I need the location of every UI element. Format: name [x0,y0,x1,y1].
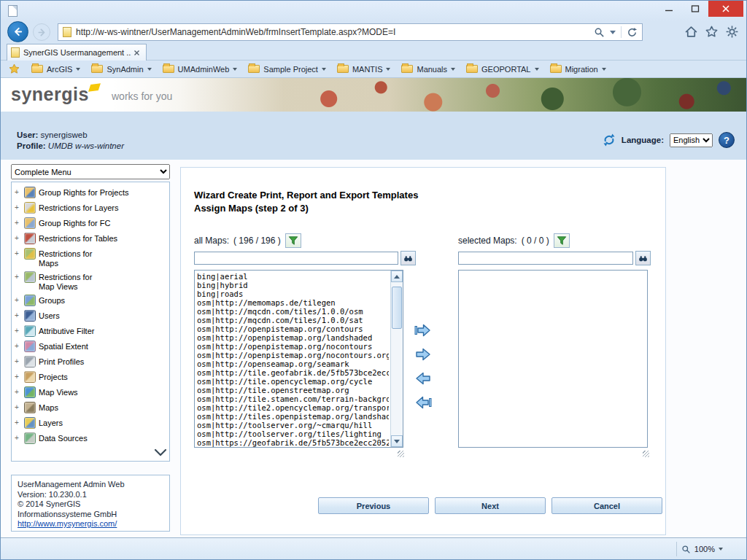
tree-expand-icon[interactable] [15,386,21,398]
previous-button[interactable]: Previous [318,497,429,514]
sidebar-item[interactable]: Attributive Filter [13,324,168,339]
map-list-item[interactable]: osm|https://geofabrik.de/5fb573bce2ecc20… [197,438,389,447]
map-list-item[interactable]: osm|http://openseamap.org/seamark [197,359,389,368]
move-all-left-button[interactable] [413,393,433,412]
forward-button[interactable] [33,23,50,41]
favorites-bar-item[interactable]: ArcGIS [31,65,80,74]
favorites-bar-item[interactable]: UMAdminWeb [163,65,238,74]
scrollbar-up-arrow[interactable] [391,271,403,282]
sidebar-item[interactable]: Map Views [13,385,168,400]
map-list-item[interactable]: osm|http://tile2.opencyclemap.org/transp… [197,403,389,412]
tree-expand-icon[interactable] [15,417,21,429]
refresh-icon[interactable] [627,27,638,38]
close-button[interactable] [708,1,743,17]
favorites-icon[interactable] [705,25,719,39]
listbox-scrollbar[interactable] [390,271,403,447]
map-list-item[interactable]: bing|aerial [197,272,389,281]
tree-expand-icon[interactable] [15,325,21,337]
browser-tab[interactable]: SynerGIS Usermanagement ... [7,44,147,61]
tree-expand-icon[interactable] [15,402,21,413]
tree-expand-icon[interactable] [15,295,21,306]
favorites-bar-item[interactable]: Migration [550,65,606,74]
company-link[interactable]: http://www.mysynergis.com/ [18,519,117,528]
map-list-item[interactable]: bing|hybrid [197,281,389,289]
map-list-item[interactable]: osm|http://memomaps.de/tilegen [197,298,389,307]
move-right-button[interactable] [413,345,433,364]
address-bar[interactable]: http://w-ws-wintner/UserManagementAdminW… [58,23,643,41]
scroll-down-icon[interactable] [154,446,167,459]
tree-expand-icon[interactable] [15,371,21,383]
maximize-button[interactable] [682,1,708,17]
tree-expand-icon[interactable] [15,217,21,229]
favorites-bar-item[interactable]: SynAdmin [91,65,151,74]
sidebar-item[interactable]: Groups [13,293,168,308]
map-list-item[interactable]: osm|http://tile.stamen.com/terrain-backg… [197,394,389,403]
favorites-bar-item[interactable]: Sample Project [248,65,326,74]
map-list-item[interactable]: osm|http://openpistemap.org/nocontours.o… [197,351,389,359]
map-list-item[interactable]: rstlb.fleischer@http://services1.arcgis.… [197,447,389,448]
listbox-resize-grip[interactable] [398,451,404,457]
sidebar-item[interactable]: Restrictions for Map Views [13,270,168,293]
map-list-item[interactable]: osm|http://tile.opencyclemap.org/cycle [197,377,389,386]
all-maps-filter-button[interactable] [285,233,301,248]
sidebar-item[interactable]: Group Rights for FC [13,216,168,231]
sidebar-item[interactable]: Group Rights for Projects [13,185,168,201]
selected-maps-filter-button[interactable] [554,233,570,248]
map-list-item[interactable]: osm|http://tile.geofabrik.de/5fb573bce2e… [197,368,389,377]
add-favorite-star-icon[interactable] [8,63,20,75]
selected-maps-filter-input[interactable] [458,252,633,265]
favorites-bar-item[interactable]: Manuals [401,65,455,74]
tree-expand-icon[interactable] [15,432,21,444]
tree-expand-icon[interactable] [15,248,21,260]
sidebar-item[interactable]: Restrictions for Tables [13,231,168,246]
help-button[interactable]: ? [719,132,735,148]
tab-close-icon[interactable] [131,47,142,58]
map-list-item[interactable]: bing|roads [197,289,389,298]
map-list-item[interactable]: osm|http://openpistemap.org/nocontours [197,342,389,351]
sidebar-item[interactable]: Data Sources [13,431,168,446]
sidebar-item[interactable]: Spatial Extent [13,339,168,354]
tree-expand-icon[interactable] [15,356,21,368]
all-maps-search-button[interactable] [400,251,416,265]
sidebar-item[interactable]: Projects [13,370,168,385]
cancel-button[interactable]: Cancel [551,497,662,514]
map-list-item[interactable]: osm|http://openpistemap.org/contours [197,324,389,333]
back-button[interactable] [7,21,28,42]
map-list-item[interactable]: osm|http://mqcdn.com/tiles/1.0.0/osm [197,307,389,316]
sidebar-item[interactable]: Users [13,308,168,324]
home-icon[interactable] [684,25,698,39]
favorites-bar-item[interactable]: GEOPORTAL [466,65,538,74]
selected-maps-listbox[interactable] [458,270,648,448]
language-select[interactable]: English [670,133,713,147]
sidebar-item[interactable]: Restrictions for Layers [13,201,168,216]
selected-maps-search-button[interactable] [635,251,651,265]
settings-gear-icon[interactable] [725,25,739,39]
move-all-right-button[interactable] [413,321,433,340]
sidebar-item[interactable]: Print Profiles [13,354,168,370]
map-list-item[interactable]: osm|http://tiles.openpistemap.org/landsh… [197,412,389,421]
map-list-item[interactable]: osm|http://toolserver.org/~cmarqu/hill [197,421,389,429]
all-maps-filter-input[interactable] [194,252,398,265]
listbox-resize-grip[interactable] [643,451,649,457]
tree-expand-icon[interactable] [15,187,21,198]
sidebar-item[interactable]: Layers [13,416,168,431]
tree-expand-icon[interactable] [15,202,21,214]
map-list-item[interactable]: osm|http://toolserver.org/tiles/lighting [197,429,389,438]
tree-expand-icon[interactable] [15,233,21,244]
search-icon[interactable] [594,27,605,38]
tree-expand-icon[interactable] [15,310,21,322]
map-list-item[interactable]: osm|http://tile.openstreetmap.org [197,386,389,394]
favorites-bar-item[interactable]: MANTIS [337,65,391,74]
next-button[interactable]: Next [435,497,546,514]
sidebar-item[interactable]: Restrictions for Maps [13,246,168,270]
tree-expand-icon[interactable] [15,271,21,283]
tree-expand-icon[interactable] [15,341,21,352]
refresh-language-icon[interactable] [603,133,616,147]
sidebar-item[interactable]: Maps [13,400,168,416]
move-left-button[interactable] [413,369,433,388]
scrollbar-down-arrow[interactable] [391,435,403,447]
scrollbar-thumb[interactable] [392,287,402,329]
zoom-control[interactable]: 100% [676,542,727,556]
minimize-button[interactable] [656,1,682,17]
menu-dropdown[interactable]: Complete Menu [11,164,170,179]
